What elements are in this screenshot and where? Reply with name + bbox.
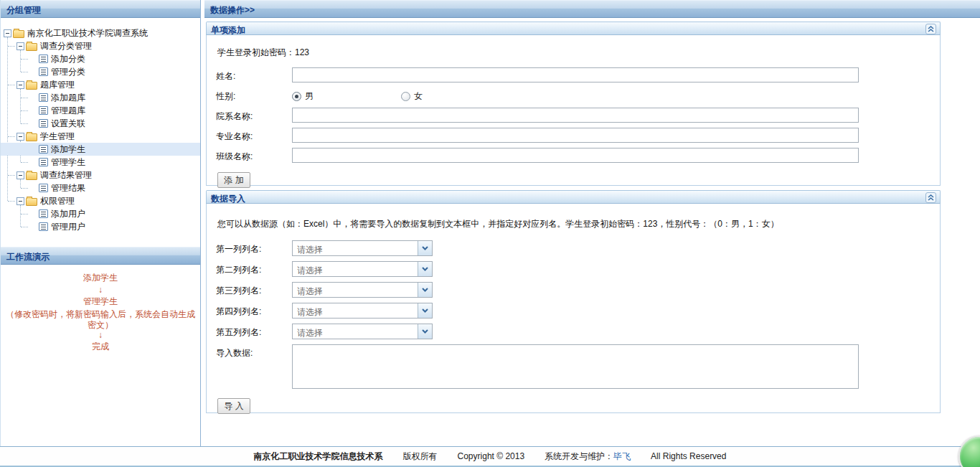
gender-male-option[interactable]: 男: [292, 90, 314, 103]
tree-node-label: 设置关联: [48, 117, 85, 130]
column-select-5[interactable]: 请选择: [292, 324, 433, 339]
tree-node[interactable]: 南京化工职业技术学院调查系统: [1, 27, 200, 39]
collapse-button[interactable]: [925, 192, 936, 203]
radio-female-icon[interactable]: [401, 92, 410, 101]
dropdown-arrow-icon[interactable]: [418, 283, 432, 297]
tree-node[interactable]: 设置关联: [1, 117, 200, 130]
select-value: 请选择: [293, 283, 418, 297]
data-import-header: 数据导入: [206, 190, 941, 204]
collapse-up-icon: [928, 26, 934, 32]
column-select-3[interactable]: 请选择: [292, 282, 433, 298]
column-row: 第一列列名:请选择: [216, 240, 931, 256]
column-label: 第三列列名:: [216, 282, 292, 298]
column-row: 第二列列名:请选择: [216, 261, 931, 277]
green-status-button[interactable]: [958, 435, 980, 467]
tree-node-label: 题库管理: [37, 78, 75, 91]
column-select-4[interactable]: 请选择: [292, 303, 433, 319]
tree-node-label: 调查分类管理: [37, 39, 92, 52]
leaf-icon: [39, 145, 48, 154]
dropdown-arrow-icon[interactable]: [418, 303, 432, 318]
leaf-icon: [39, 119, 48, 128]
select-value: 请选择: [293, 241, 418, 255]
folder-icon: [26, 82, 37, 90]
tree-node-label: 管理结果: [48, 181, 85, 194]
navigation-tree: 南京化工职业技术学院调查系统调查分类管理添加分类管理分类题库管理添加题库管理题库…: [1, 18, 200, 247]
dropdown-arrow-icon[interactable]: [418, 324, 432, 339]
column-label: 第一列列名:: [216, 240, 292, 256]
select-value: 请选择: [293, 262, 418, 276]
tree-node[interactable]: 添加学生: [1, 143, 200, 156]
workflow-step: （修改密码时，将新密码输入后，系统会自动生成密文）: [2, 309, 199, 331]
import-button[interactable]: 导 入: [217, 398, 250, 414]
class-input[interactable]: [292, 148, 859, 163]
tree-node[interactable]: 管理分类: [1, 65, 200, 78]
workflow-steps: 添加学生↓管理学生（修改密码时，将新密码输入后，系统会自动生成密文）↓完成: [1, 265, 200, 353]
workflow-step: 添加学生: [1, 272, 200, 284]
tree-node[interactable]: 权限管理: [1, 194, 200, 207]
folder-icon: [26, 43, 37, 51]
leaf-icon: [39, 106, 48, 115]
tree-node[interactable]: 题库管理: [1, 78, 200, 91]
column-row: 第五列列名:请选择: [216, 324, 931, 339]
column-select-2[interactable]: 请选择: [292, 261, 433, 277]
tree-node[interactable]: 管理用户: [1, 220, 200, 233]
group-management-title: 分组管理: [6, 5, 41, 15]
collapse-button[interactable]: [925, 24, 936, 34]
leaf-icon: [39, 184, 48, 192]
department-input[interactable]: [292, 108, 859, 123]
expand-toggle-icon[interactable]: [17, 81, 24, 89]
expand-toggle-icon[interactable]: [17, 171, 24, 179]
tree-node-label: 权限管理: [37, 194, 75, 207]
gender-female-label: 女: [414, 90, 423, 103]
column-label: 第五列列名:: [216, 324, 292, 339]
tree-node-label: 添加分类: [48, 52, 85, 65]
select-value: 请选择: [293, 324, 418, 339]
footer-text: 系统开发与维护：毕飞: [545, 451, 631, 463]
expand-toggle-icon[interactable]: [17, 197, 24, 205]
leaf-icon: [39, 67, 48, 76]
name-label: 姓名:: [216, 67, 292, 82]
collapse-up-icon: [928, 194, 934, 201]
tree-node-label: 调查结果管理: [37, 169, 92, 181]
group-management-header: 分组管理: [1, 0, 200, 18]
footer-link[interactable]: 毕飞: [613, 451, 631, 461]
dropdown-arrow-icon[interactable]: [418, 262, 432, 276]
import-data-textarea[interactable]: [292, 344, 859, 389]
tree-node-label: 管理分类: [48, 65, 85, 78]
tree-node[interactable]: 添加用户: [1, 207, 200, 220]
expand-toggle-icon[interactable]: [17, 42, 24, 50]
tree-node-label: 添加学生: [48, 143, 85, 156]
dropdown-arrow-icon[interactable]: [418, 241, 432, 255]
single-add-panel: 单项添加 学生登录初始密码：123 姓名: 性别: 男: [206, 22, 941, 186]
tree-node[interactable]: 添加题库: [1, 91, 200, 104]
tree-node[interactable]: 管理题库: [1, 104, 200, 117]
tree-node-label: 添加用户: [48, 207, 85, 220]
major-input[interactable]: [292, 128, 859, 143]
expand-toggle-icon[interactable]: [17, 133, 24, 141]
major-label: 专业名称:: [216, 128, 292, 143]
tree-node[interactable]: 调查结果管理: [1, 169, 200, 181]
class-label: 班级名称:: [216, 148, 292, 163]
name-input[interactable]: [292, 67, 859, 82]
radio-male-icon[interactable]: [292, 92, 301, 101]
leaf-icon: [39, 222, 48, 231]
leaf-icon: [39, 209, 48, 218]
column-select-1[interactable]: 请选择: [292, 240, 433, 256]
tree-node[interactable]: 学生管理: [1, 130, 200, 143]
tree-node[interactable]: 添加分类: [1, 52, 200, 65]
gender-female-option[interactable]: 女: [401, 90, 423, 103]
single-add-title: 单项添加: [211, 25, 245, 35]
folder-icon: [26, 172, 37, 180]
expand-toggle-icon[interactable]: [4, 29, 11, 37]
left-sidebar: 分组管理 南京化工职业技术学院调查系统调查分类管理添加分类管理分类题库管理添加题…: [0, 0, 201, 446]
footer-text: Copyright © 2013: [458, 451, 525, 461]
leaf-icon: [39, 158, 48, 166]
tree-node[interactable]: 调查分类管理: [1, 39, 200, 52]
add-button[interactable]: 添 加: [217, 172, 250, 188]
column-label: 第二列列名:: [216, 261, 292, 277]
folder-icon: [13, 30, 24, 38]
leaf-icon: [39, 55, 48, 63]
data-operations-title: 数据操作>>: [210, 5, 255, 15]
tree-node[interactable]: 管理结果: [1, 181, 200, 194]
tree-node[interactable]: 管理学生: [1, 156, 200, 169]
